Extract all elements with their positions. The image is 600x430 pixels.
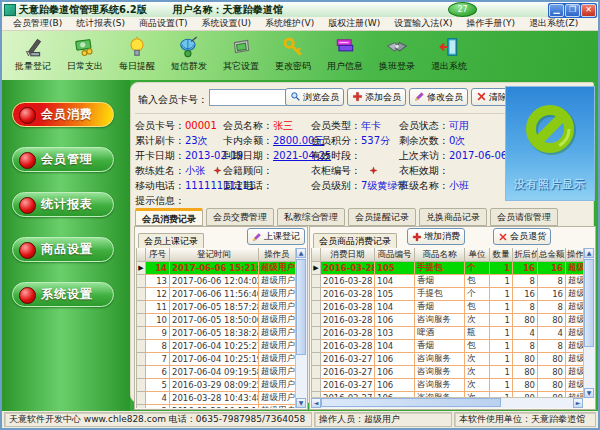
row-selector[interactable] xyxy=(137,314,146,327)
menu-item-8[interactable]: 操作手册(Y) xyxy=(459,17,522,30)
table-row[interactable]: 62017-06-04 09:19:58超级用户 xyxy=(137,366,296,379)
tab-6[interactable]: 会员请假管理 xyxy=(490,208,558,226)
column-header[interactable]: 商品编号 xyxy=(375,248,415,262)
toolbar-key-button[interactable]: 更改密码 xyxy=(267,30,319,80)
table-row[interactable]: 2016-03-27106咨询服务次18080超级用户 xyxy=(312,353,584,366)
row-selector[interactable] xyxy=(137,288,146,301)
table-row[interactable]: 2016-03-28104香烟包188超级用户 xyxy=(312,275,584,288)
row-selector[interactable] xyxy=(312,301,321,314)
class-records-tab[interactable]: 会员上课记录 xyxy=(138,233,204,249)
table-row[interactable]: 2016-03-28104香烟包188超级用户 xyxy=(312,301,584,314)
row-selector[interactable] xyxy=(312,379,321,392)
edit-member-button[interactable]: 修改会员 xyxy=(409,88,468,106)
menu-item-6[interactable]: 版权注册(W) xyxy=(321,17,387,30)
row-selector[interactable] xyxy=(137,327,146,340)
row-selector[interactable] xyxy=(137,392,146,405)
goods-table-hscrollbar[interactable]: ◄ ► xyxy=(311,397,583,408)
row-selector[interactable] xyxy=(137,379,146,392)
menu-item-7[interactable]: 设置输入法(X) xyxy=(387,17,459,30)
tab-3[interactable]: 私教综合管理 xyxy=(277,208,345,226)
table-row[interactable]: 42016-03-28 10:43:48超级用户 xyxy=(137,392,296,405)
menu-item-4[interactable]: 系统设置(U) xyxy=(194,17,258,30)
sidebar-item-4[interactable]: 商品设置 xyxy=(12,237,114,262)
tab-4[interactable]: 会员提醒记录 xyxy=(348,208,416,226)
row-selector[interactable]: ▶ xyxy=(312,262,321,275)
column-header[interactable]: 数量 xyxy=(490,248,513,262)
row-selector[interactable] xyxy=(312,275,321,288)
minimize-button[interactable]: ▁ xyxy=(549,4,564,17)
column-header[interactable]: 序号 xyxy=(146,248,170,262)
goods-table-vscrollbar[interactable]: ▲ ▼ xyxy=(583,248,595,398)
row-selector[interactable] xyxy=(137,301,146,314)
toolbar-bulb-button[interactable]: 每日提醒 xyxy=(111,30,163,80)
add-member-button[interactable]: 添加会员 xyxy=(347,88,406,106)
row-selector[interactable] xyxy=(137,366,146,379)
menu-item-5[interactable]: 系统维护(V) xyxy=(258,17,321,30)
toolbar-settings-box-button[interactable]: 其它设置 xyxy=(215,30,267,80)
sidebar-item-1[interactable]: 会员消费 xyxy=(12,102,114,127)
table-row[interactable]: 82017-06-04 10:25:27超级用户 xyxy=(137,340,296,353)
row-selector[interactable] xyxy=(312,353,321,366)
menu-item-1[interactable]: 会员管理(B) xyxy=(6,17,69,30)
table-row[interactable]: 122017-06-06 11:56:40超级用户 xyxy=(137,288,296,301)
diamond-icon[interactable] xyxy=(369,166,378,177)
menu-item-2[interactable]: 统计报表(S) xyxy=(69,17,132,30)
browse-member-button[interactable]: 浏览会员 xyxy=(285,88,344,106)
column-header[interactable]: 操作员 xyxy=(259,248,296,262)
card-number-input[interactable] xyxy=(209,89,287,106)
diamond-icon[interactable] xyxy=(213,166,222,177)
table-row[interactable]: 2016-03-27106咨询服务次18080超级用户 xyxy=(312,366,584,379)
row-selector[interactable] xyxy=(137,405,146,409)
member-return-button[interactable]: 会员退货 xyxy=(493,228,551,245)
column-header[interactable]: 消费日期 xyxy=(321,248,375,262)
column-header[interactable]: 商品名称 xyxy=(415,248,465,262)
row-selector[interactable] xyxy=(312,288,321,301)
sidebar-item-5[interactable]: 系统设置 xyxy=(12,282,114,307)
table-row[interactable]: 92017-06-05 18:38:24超级用户 xyxy=(137,327,296,340)
restore-button[interactable]: ❐ xyxy=(565,4,580,17)
column-header[interactable]: 折后价 xyxy=(513,248,538,262)
row-selector[interactable] xyxy=(312,366,321,379)
goods-records-tab[interactable]: 会员商品消费记录 xyxy=(313,233,397,249)
class-register-button[interactable]: 上课登记 xyxy=(247,228,305,245)
column-header[interactable]: 总金额 xyxy=(538,248,566,262)
row-selector[interactable] xyxy=(137,275,146,288)
table-row[interactable]: 2016-03-28103啤酒瓶144超级用户 xyxy=(312,327,584,340)
toolbar-money-button[interactable]: 日常支出 xyxy=(59,30,111,80)
toolbar-handshake-button[interactable]: 换班登录 xyxy=(371,30,423,80)
table-row[interactable]: 72017-06-04 10:25:19超级用户 xyxy=(137,353,296,366)
table-row[interactable]: ▶2016-03-28105手提包个11616超级用户 xyxy=(312,262,584,275)
table-row[interactable]: 102017-06-05 18:50:06超级用户 xyxy=(137,314,296,327)
table-row[interactable]: 112017-06-05 18:57:28超级用户 xyxy=(137,301,296,314)
column-header[interactable]: 登记时间 xyxy=(170,248,259,262)
toolbar-register-pen-button[interactable]: 批量登记 xyxy=(7,30,59,80)
row-selector[interactable] xyxy=(312,340,321,353)
menu-item-3[interactable]: 商品设置(T) xyxy=(132,17,195,30)
tab-1[interactable]: 会员消费记录 xyxy=(135,208,203,226)
toolbar-books-button[interactable]: 用户信息 xyxy=(319,30,371,80)
table-row[interactable]: 2016-03-28104香烟包188超级用户 xyxy=(312,340,584,353)
row-selector[interactable] xyxy=(312,327,321,340)
tab-2[interactable]: 会员交费管理 xyxy=(206,208,274,226)
toolbar-satellite-button[interactable]: 短信群发 xyxy=(163,30,215,80)
table-row[interactable]: 2016-03-28106咨询服务次18080超级用户 xyxy=(312,314,584,327)
table-row[interactable]: 32016-03-28 10:17:16超级用户 xyxy=(137,405,296,409)
table-row[interactable]: 132017-06-06 12:04:02超级用户 xyxy=(137,275,296,288)
table-row[interactable]: 2016-03-28105手提包个11616超级用户 xyxy=(312,288,584,301)
column-header[interactable]: 操作员 xyxy=(566,248,584,262)
close-button[interactable]: ✕ xyxy=(581,4,596,17)
sidebar-item-3[interactable]: 统计报表 xyxy=(12,192,114,217)
sidebar-item-2[interactable]: 会员管理 xyxy=(12,147,114,172)
add-consume-button[interactable]: 增加消费 xyxy=(407,228,465,245)
class-table-vscrollbar[interactable]: ▲ ▼ xyxy=(295,248,307,408)
row-selector[interactable] xyxy=(137,340,146,353)
row-selector[interactable] xyxy=(137,353,146,366)
row-selector[interactable]: ▶ xyxy=(137,262,146,275)
table-row[interactable]: 2016-03-27106咨询服务次18080超级用户 xyxy=(312,379,584,392)
tab-5[interactable]: 兑换商品记录 xyxy=(419,208,487,226)
column-header[interactable]: 单位 xyxy=(465,248,490,262)
toolbar-exit-door-button[interactable]: 退出系统 xyxy=(423,30,475,80)
table-row[interactable]: ▶142017-06-06 15:21:04超级用户 xyxy=(137,262,296,275)
menu-item-9[interactable]: 退出系统(Z) xyxy=(522,17,585,30)
table-row[interactable]: 52016-03-29 08:09:25超级用户 xyxy=(137,379,296,392)
